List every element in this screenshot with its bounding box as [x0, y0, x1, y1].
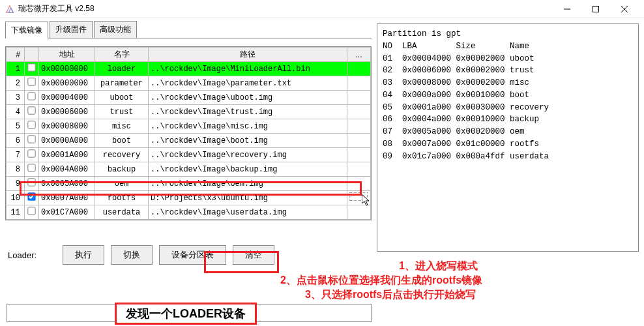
col-header-path[interactable]: 路径: [149, 48, 347, 62]
left-panel: 下载镜像 升级固件 高级功能 # 地址 名字 路径 ... 10x0000000…: [5, 21, 372, 265]
row-checkbox-cell[interactable]: [25, 105, 39, 119]
row-addr[interactable]: 0x0005A000: [39, 177, 95, 191]
table-row[interactable]: 110x01C7A000userdata..\rockdev\Image\use…: [7, 205, 371, 220]
row-browse[interactable]: [347, 105, 371, 119]
row-name[interactable]: backup: [95, 162, 149, 177]
row-path[interactable]: ..\rockdev\Image\backup.img: [149, 162, 347, 177]
row-checkbox[interactable]: [27, 106, 35, 114]
row-checkbox[interactable]: [27, 78, 35, 85]
row-name[interactable]: uboot: [95, 91, 149, 105]
row-checkbox-cell[interactable]: [25, 205, 39, 220]
row-addr[interactable]: 0x0001A000: [39, 148, 95, 162]
row-browse[interactable]: [347, 148, 371, 162]
row-addr[interactable]: 0x00004000: [39, 91, 95, 105]
row-name[interactable]: boot: [95, 134, 149, 148]
row-path[interactable]: ..\rockdev\Image\trust.img: [149, 105, 347, 119]
row-addr[interactable]: 0x00008000: [39, 119, 95, 134]
tab-advanced[interactable]: 高级功能: [94, 21, 137, 38]
table-row[interactable]: 60x0000A000boot..\rockdev\Image\boot.img: [7, 134, 371, 148]
row-path[interactable]: ..\rockdev\Image\oem.img: [149, 177, 347, 191]
row-name[interactable]: loader: [95, 62, 149, 76]
row-checkbox[interactable]: [27, 178, 35, 186]
row-addr[interactable]: 0x00006000: [39, 105, 95, 119]
table-row[interactable]: 90x0005A000oem..\rockdev\Image\oem.img: [7, 177, 371, 191]
row-addr[interactable]: 0x0000A000: [39, 134, 95, 148]
row-checkbox[interactable]: [27, 149, 35, 157]
row-browse[interactable]: [347, 162, 371, 177]
row-browse[interactable]: [347, 177, 371, 191]
table-row[interactable]: 30x00004000uboot..\rockdev\Image\uboot.i…: [7, 91, 371, 105]
partition-button[interactable]: 设备分区表: [159, 245, 226, 265]
row-browse[interactable]: [347, 119, 371, 134]
tab-download[interactable]: 下载镜像: [5, 22, 48, 38]
row-path[interactable]: ..\rockdev\Image\uboot.img: [149, 91, 347, 105]
row-path[interactable]: ..\rockdev\Image\recovery.img: [149, 148, 347, 162]
row-addr[interactable]: 0x01C7A000: [39, 205, 95, 220]
row-checkbox[interactable]: [27, 92, 35, 100]
table-row[interactable]: 100x0007A000rootfsD:\Projects\x3\ubuntu.…: [7, 191, 371, 205]
row-name[interactable]: oem: [95, 177, 149, 191]
row-addr[interactable]: 0x00000000: [39, 76, 95, 91]
row-checkbox-cell[interactable]: [25, 76, 39, 91]
tab-upgrade[interactable]: 升级固件: [50, 21, 93, 38]
col-header-ext[interactable]: ...: [347, 48, 371, 62]
col-header-chk[interactable]: [25, 48, 39, 62]
col-header-name[interactable]: 名字: [95, 48, 149, 62]
row-checkbox[interactable]: [27, 135, 35, 143]
row-checkbox-cell[interactable]: [25, 177, 39, 191]
row-name[interactable]: parameter: [95, 76, 149, 91]
clear-button[interactable]: 清空: [233, 245, 274, 265]
row-name[interactable]: misc: [95, 119, 149, 134]
row-name[interactable]: recovery: [95, 148, 149, 162]
row-name[interactable]: rootfs: [95, 191, 149, 205]
row-checkbox-cell[interactable]: [25, 162, 39, 177]
close-button[interactable]: [610, 0, 639, 18]
row-checkbox-cell[interactable]: [25, 119, 39, 134]
row-checkbox-cell[interactable]: [25, 191, 39, 205]
table-row[interactable]: 20x00000000parameter..\rockdev\Image\par…: [7, 76, 371, 91]
row-checkbox[interactable]: [27, 121, 35, 128]
table-row[interactable]: 10x00000000loader..\rockdev\Image\MiniLo…: [7, 62, 371, 76]
tab-bar: 下载镜像 升级固件 高级功能: [5, 21, 372, 38]
row-num: 8: [7, 162, 25, 177]
row-checkbox-cell[interactable]: [25, 62, 39, 76]
switch-button[interactable]: 切换: [111, 245, 153, 265]
row-checkbox-cell[interactable]: [25, 91, 39, 105]
row-addr[interactable]: 0x00000000: [39, 62, 95, 76]
row-path[interactable]: ..\rockdev\Image\boot.img: [149, 134, 347, 148]
run-button[interactable]: 执行: [63, 245, 104, 265]
row-browse[interactable]: [347, 91, 371, 105]
row-name[interactable]: userdata: [95, 205, 149, 220]
row-path[interactable]: D:\Projects\x3\ubuntu.img: [149, 191, 347, 205]
row-addr[interactable]: 0x0004A000: [39, 162, 95, 177]
row-browse[interactable]: [347, 191, 371, 205]
table-row[interactable]: 50x00008000misc..\rockdev\Image\misc.img: [7, 119, 371, 134]
row-name[interactable]: trust: [95, 105, 149, 119]
col-header-num[interactable]: #: [7, 48, 25, 62]
row-num: 4: [7, 105, 25, 119]
row-checkbox[interactable]: [27, 63, 35, 71]
row-browse[interactable]: [347, 134, 371, 148]
window-controls: [553, 0, 639, 18]
app-icon: [5, 5, 14, 14]
row-browse[interactable]: [347, 205, 371, 220]
row-path[interactable]: ..\rockdev\Image\userdata.img: [149, 205, 347, 220]
table-row[interactable]: 70x0001A000recovery..\rockdev\Image\reco…: [7, 148, 371, 162]
table-row[interactable]: 40x00006000trust..\rockdev\Image\trust.i…: [7, 105, 371, 119]
minimize-button[interactable]: [553, 0, 581, 18]
row-path[interactable]: ..\rockdev\Image\parameter.txt: [149, 76, 347, 91]
row-path[interactable]: ..\rockdev\Image\MiniLoaderAll.bin: [149, 62, 347, 76]
row-checkbox[interactable]: [27, 192, 35, 200]
row-checkbox[interactable]: [27, 164, 35, 171]
table-row[interactable]: 80x0004A000backup..\rockdev\Image\backup…: [7, 162, 371, 177]
row-browse[interactable]: [347, 62, 371, 76]
row-checkbox-cell[interactable]: [25, 134, 39, 148]
row-path[interactable]: ..\rockdev\Image\misc.img: [149, 119, 347, 134]
row-checkbox[interactable]: [27, 207, 35, 215]
row-num: 1: [7, 62, 25, 76]
row-browse[interactable]: [347, 76, 371, 91]
row-checkbox-cell[interactable]: [25, 148, 39, 162]
col-header-addr[interactable]: 地址: [39, 48, 95, 62]
maximize-button[interactable]: [581, 0, 610, 18]
row-addr[interactable]: 0x0007A000: [39, 191, 95, 205]
